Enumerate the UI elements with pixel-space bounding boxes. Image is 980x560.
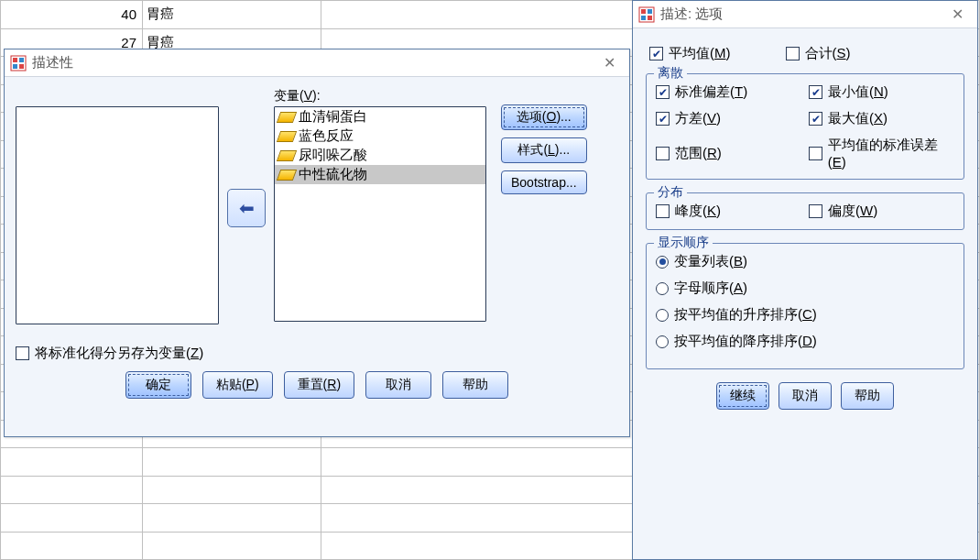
order-descending-mean-radio[interactable]: [656, 335, 669, 348]
skewness-label: 偏度(W): [828, 203, 877, 220]
sum-label: 合计(S): [805, 45, 851, 62]
skewness-checkbox[interactable]: [809, 204, 822, 218]
descriptives-dialog: 描述性 ✕ ⬅ 变量(V): 血清铜蛋白 蓝色反应 尿吲哚乙酸 中性硫化物: [4, 49, 630, 437]
order-ascending-mean-label: 按平均值的升序排序(C): [674, 306, 817, 324]
scale-icon: [277, 150, 297, 161]
descriptives-titlebar[interactable]: 描述性 ✕: [5, 49, 629, 77]
svg-rect-2: [19, 58, 24, 62]
min-checkbox[interactable]: [809, 85, 822, 99]
cell-txt: 胃癌: [143, 1, 321, 29]
mean-checkbox[interactable]: [649, 47, 663, 60]
sum-checkbox[interactable]: [786, 47, 800, 60]
distribution-group: 分布 峰度(K) 偏度(W): [646, 192, 964, 230]
variable-item[interactable]: 尿吲哚乙酸: [275, 146, 485, 165]
options-help-button[interactable]: 帮助: [841, 382, 894, 410]
stddev-label: 标准偏差(T): [675, 83, 747, 101]
order-ascending-mean-radio[interactable]: [656, 309, 669, 322]
svg-rect-8: [641, 16, 646, 20]
display-order-title: 显示顺序: [654, 235, 713, 251]
continue-button[interactable]: 继续: [716, 382, 769, 410]
svg-rect-6: [641, 9, 646, 14]
options-dialog: 描述: 选项 ✕ 平均值(M) 合计(S) 离散 标准偏差(T) 最小值(N) …: [632, 0, 978, 560]
variable-label: 中性硫化物: [299, 166, 367, 183]
order-variable-list-label: 变量列表(B): [674, 253, 747, 270]
variable-item[interactable]: 血清铜蛋白: [275, 107, 485, 126]
svg-rect-9: [648, 16, 652, 20]
display-order-group: 显示顺序 变量列表(B) 字母顺序(A) 按平均值的升序排序(C) 按平均值的降…: [646, 243, 964, 369]
order-alphabetic-radio[interactable]: [656, 282, 669, 295]
variable-item[interactable]: 中性硫化物: [275, 165, 485, 184]
save-z-checkbox[interactable]: [16, 346, 29, 360]
order-alphabetic-label: 字母顺序(A): [674, 280, 747, 297]
svg-rect-7: [648, 9, 652, 14]
ok-button[interactable]: 确定: [125, 371, 191, 399]
arrow-left-icon: ⬅: [239, 197, 255, 219]
semean-checkbox[interactable]: [809, 147, 822, 160]
dispersion-group: 离散 标准偏差(T) 最小值(N) 方差(V) 最大值(X) 范围(R) 平均值…: [646, 73, 964, 180]
variable-label: 尿吲哚乙酸: [299, 147, 367, 164]
scale-icon: [277, 170, 297, 181]
max-checkbox[interactable]: [809, 112, 822, 126]
bootstrap-button[interactable]: Bootstrap...: [501, 170, 587, 194]
variable-item[interactable]: 蓝色反应: [275, 126, 485, 146]
semean-label: 平均值的标准误差(E): [828, 137, 954, 170]
max-label: 最大值(X): [828, 110, 887, 127]
dispersion-title: 离散: [654, 65, 687, 82]
save-z-label: 将标准化得分另存为变量(Z): [35, 345, 203, 362]
svg-rect-4: [19, 64, 24, 69]
close-icon[interactable]: ✕: [941, 3, 974, 27]
order-variable-list-radio[interactable]: [656, 256, 669, 269]
variance-checkbox[interactable]: [656, 112, 670, 126]
paste-button[interactable]: 粘贴(P): [202, 371, 273, 399]
options-title: 描述: 选项: [660, 5, 723, 23]
kurtosis-checkbox[interactable]: [656, 204, 670, 218]
variance-label: 方差(V): [675, 110, 721, 127]
variables-label: 变量(V):: [274, 88, 486, 104]
mean-label: 平均值(M): [669, 45, 731, 62]
svg-rect-3: [13, 64, 17, 69]
stddev-checkbox[interactable]: [656, 85, 670, 99]
cell-num: 40: [1, 1, 143, 29]
cancel-button[interactable]: 取消: [365, 371, 431, 399]
close-icon[interactable]: ✕: [593, 51, 626, 75]
scale-icon: [277, 131, 297, 142]
spss-app-icon: [638, 6, 655, 23]
reset-button[interactable]: 重置(R): [284, 371, 354, 399]
move-left-button[interactable]: ⬅: [227, 189, 266, 227]
source-variable-listbox[interactable]: [16, 106, 219, 324]
descriptives-title: 描述性: [32, 54, 73, 71]
options-titlebar[interactable]: 描述: 选项 ✕: [633, 1, 977, 28]
order-descending-mean-label: 按平均值的降序排序(D): [674, 333, 817, 350]
svg-rect-1: [13, 58, 17, 62]
help-button[interactable]: 帮助: [442, 371, 508, 399]
variable-label: 血清铜蛋白: [299, 108, 367, 126]
scale-icon: [277, 112, 297, 123]
options-cancel-button[interactable]: 取消: [779, 382, 832, 410]
kurtosis-label: 峰度(K): [675, 203, 721, 220]
distribution-title: 分布: [654, 184, 687, 201]
range-checkbox[interactable]: [656, 147, 670, 160]
variables-listbox[interactable]: 血清铜蛋白 蓝色反应 尿吲哚乙酸 中性硫化物: [274, 106, 486, 322]
style-button[interactable]: 样式(L)...: [501, 137, 587, 163]
range-label: 范围(R): [675, 145, 722, 162]
spss-app-icon: [10, 55, 27, 71]
min-label: 最小值(N): [828, 83, 888, 101]
options-button[interactable]: 选项(O)...: [501, 104, 587, 130]
variable-label: 蓝色反应: [299, 127, 354, 145]
